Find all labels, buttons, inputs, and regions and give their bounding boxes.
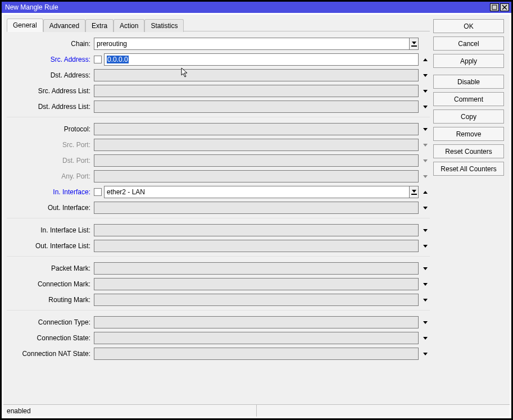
- src-address-list-input[interactable]: [94, 85, 419, 97]
- connection-mark-expand-icon[interactable]: [421, 278, 430, 290]
- row-connection-nat-state: Connection NAT State:: [7, 346, 430, 362]
- in-interface-not-checkbox[interactable]: [94, 188, 102, 196]
- out-interface-input[interactable]: [94, 202, 419, 214]
- tabstrip: General Advanced Extra Action Statistics: [7, 18, 430, 31]
- src-address-list-expand-icon[interactable]: [421, 85, 430, 97]
- in-interface-list-input[interactable]: [94, 224, 419, 236]
- chain-value: prerouting: [97, 40, 127, 48]
- label-src-address-list: Src. Address List:: [7, 87, 94, 95]
- svg-rect-0: [492, 5, 497, 10]
- status-bar: enabled: [3, 404, 510, 417]
- titlebar: New Mangle Rule: [2, 2, 511, 13]
- packet-mark-expand-icon[interactable]: [421, 262, 430, 275]
- row-src-port: Src. Port:: [7, 137, 430, 153]
- out-interface-list-expand-icon[interactable]: [421, 240, 430, 252]
- row-src-address-list: Src. Address List:: [7, 83, 430, 99]
- dialog-body: General Advanced Extra Action Statistics…: [3, 15, 510, 417]
- row-in-interface: In. Interface: ether2 - LAN: [7, 184, 430, 200]
- connection-mark-input[interactable]: [94, 278, 419, 290]
- row-routing-mark: Routing Mark:: [7, 292, 430, 308]
- label-chain: Chain:: [7, 40, 94, 48]
- out-interface-list-input[interactable]: [94, 240, 419, 252]
- status-empty: [257, 405, 510, 417]
- row-connection-state: Connection State:: [7, 330, 430, 346]
- row-connection-type: Connection Type:: [7, 314, 430, 330]
- form-column: General Advanced Extra Action Statistics…: [3, 15, 433, 404]
- reset-all-counters-button[interactable]: Reset All Counters: [433, 162, 504, 176]
- row-dst-address: Dst. Address:: [7, 67, 430, 83]
- dst-address-list-input[interactable]: [94, 101, 419, 113]
- protocol-expand-icon[interactable]: [421, 123, 430, 135]
- any-port-expand-icon: [421, 170, 430, 182]
- routing-mark-input[interactable]: [94, 294, 419, 306]
- label-out-interface-list: Out. Interface List:: [7, 242, 94, 250]
- in-interface-input[interactable]: ether2 - LAN: [104, 186, 410, 198]
- in-interface-value: ether2 - LAN: [107, 188, 145, 196]
- row-packet-mark: Packet Mark:: [7, 261, 430, 276]
- connection-state-input[interactable]: [94, 332, 419, 344]
- row-chain: Chain: prerouting: [7, 36, 430, 52]
- close-button[interactable]: [500, 3, 509, 11]
- src-address-not-checkbox[interactable]: [94, 56, 102, 63]
- label-src-address: Src. Address:: [7, 56, 94, 63]
- tab-advanced[interactable]: Advanced: [43, 19, 85, 32]
- chain-dropdown-icon[interactable]: [410, 38, 419, 50]
- connection-nat-state-expand-icon[interactable]: [421, 348, 430, 360]
- apply-button[interactable]: Apply: [433, 54, 504, 68]
- button-column: OK Cancel Apply Disable Comment Copy Rem…: [433, 15, 510, 404]
- dst-port-input: [94, 154, 419, 167]
- minimize-button[interactable]: [490, 3, 499, 11]
- label-protocol: Protocol:: [7, 125, 94, 133]
- tab-statistics[interactable]: Statistics: [144, 19, 184, 32]
- connection-type-expand-icon[interactable]: [421, 316, 430, 328]
- comment-button[interactable]: Comment: [433, 92, 504, 106]
- ok-button[interactable]: OK: [433, 19, 504, 33]
- any-port-input: [94, 170, 419, 182]
- label-in-interface-list: In. Interface List:: [7, 226, 94, 234]
- label-connection-state: Connection State:: [7, 334, 94, 342]
- row-dst-port: Dst. Port:: [7, 153, 430, 168]
- src-address-collapse-icon[interactable]: [421, 53, 430, 66]
- src-address-input[interactable]: 0.0.0.0: [104, 53, 419, 66]
- label-connection-nat-state: Connection NAT State:: [7, 350, 94, 358]
- connection-type-input[interactable]: [94, 316, 419, 328]
- remove-button[interactable]: Remove: [433, 127, 504, 141]
- row-src-address: Src. Address: 0.0.0.0: [7, 52, 430, 67]
- connection-nat-state-input[interactable]: [94, 348, 419, 360]
- chain-field[interactable]: prerouting: [94, 38, 410, 50]
- row-out-interface-list: Out. Interface List:: [7, 238, 430, 254]
- main-area: General Advanced Extra Action Statistics…: [3, 15, 510, 404]
- in-interface-list-expand-icon[interactable]: [421, 224, 430, 236]
- src-port-input: [94, 139, 419, 151]
- src-address-value: 0.0.0.0: [107, 56, 129, 63]
- row-any-port: Any. Port:: [7, 168, 430, 184]
- connection-state-expand-icon[interactable]: [421, 332, 430, 344]
- dst-address-input[interactable]: [94, 69, 419, 81]
- row-protocol: Protocol:: [7, 121, 430, 137]
- in-interface-dropdown-icon[interactable]: [410, 186, 419, 198]
- cancel-button[interactable]: Cancel: [433, 36, 504, 51]
- dst-address-list-expand-icon[interactable]: [421, 101, 430, 113]
- packet-mark-input[interactable]: [94, 262, 419, 275]
- tab-extra[interactable]: Extra: [85, 19, 114, 32]
- protocol-input[interactable]: [94, 123, 419, 135]
- label-dst-address-list: Dst. Address List:: [7, 103, 94, 111]
- label-routing-mark: Routing Mark:: [7, 296, 94, 304]
- window-title: New Mangle Rule: [4, 3, 489, 11]
- label-connection-type: Connection Type:: [7, 318, 94, 326]
- disable-button[interactable]: Disable: [433, 75, 504, 89]
- label-any-port: Any. Port:: [7, 172, 94, 180]
- label-in-interface: In. Interface:: [7, 188, 94, 196]
- reset-counters-button[interactable]: Reset Counters: [433, 144, 504, 158]
- tab-action[interactable]: Action: [114, 19, 144, 32]
- out-interface-expand-icon[interactable]: [421, 202, 430, 214]
- in-interface-collapse-icon[interactable]: [421, 186, 430, 198]
- row-out-interface: Out. Interface:: [7, 200, 430, 216]
- label-dst-port: Dst. Port:: [7, 157, 94, 165]
- row-in-interface-list: In. Interface List:: [7, 222, 430, 238]
- label-out-interface: Out. Interface:: [7, 204, 94, 212]
- tab-general[interactable]: General: [7, 19, 43, 32]
- dst-address-expand-icon[interactable]: [421, 69, 430, 81]
- routing-mark-expand-icon[interactable]: [421, 294, 430, 306]
- copy-button[interactable]: Copy: [433, 109, 504, 124]
